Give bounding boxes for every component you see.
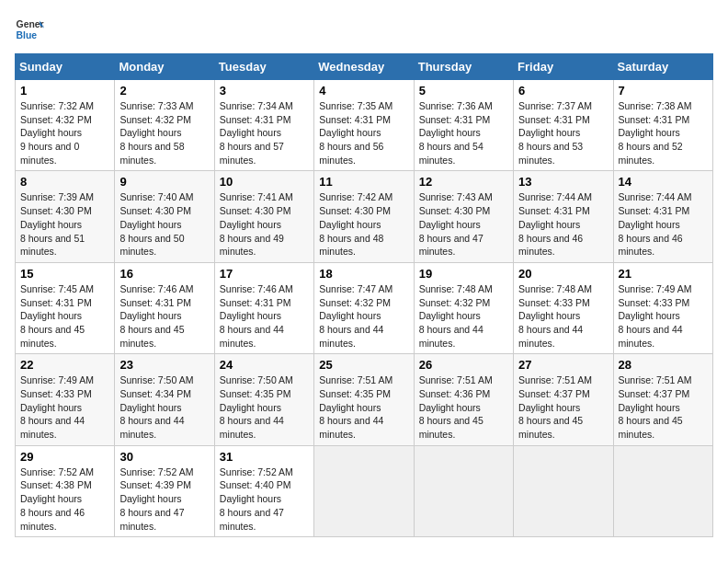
- calendar-cell: 12 Sunrise: 7:43 AMSunset: 4:30 PMDaylig…: [414, 171, 513, 262]
- day-number: 22: [20, 358, 109, 372]
- day-number: 9: [119, 175, 209, 189]
- cell-info: Sunrise: 7:50 AMSunset: 4:35 PMDaylight …: [220, 374, 293, 440]
- day-number: 31: [220, 450, 309, 464]
- day-number: 1: [20, 84, 109, 98]
- day-number: 19: [419, 267, 508, 281]
- calendar-cell: 27 Sunrise: 7:51 AMSunset: 4:37 PMDaylig…: [514, 354, 613, 445]
- day-number: 16: [119, 267, 209, 281]
- calendar-cell: 3 Sunrise: 7:34 AMSunset: 4:31 PMDayligh…: [214, 80, 313, 171]
- day-number: 23: [119, 358, 209, 372]
- day-number: 2: [119, 84, 209, 98]
- day-number: 21: [619, 267, 708, 281]
- cell-info: Sunrise: 7:52 AMSunset: 4:40 PMDaylight …: [220, 466, 293, 532]
- calendar-cell: 31 Sunrise: 7:52 AMSunset: 4:40 PMDaylig…: [214, 445, 313, 536]
- svg-text:Blue: Blue: [17, 30, 38, 40]
- cell-info: Sunrise: 7:36 AMSunset: 4:31 PMDaylight …: [419, 100, 493, 166]
- calendar-cell: 25 Sunrise: 7:51 AMSunset: 4:35 PMDaylig…: [314, 354, 414, 445]
- cell-info: Sunrise: 7:38 AMSunset: 4:31 PMDaylight …: [619, 100, 692, 166]
- cell-info: Sunrise: 7:51 AMSunset: 4:36 PMDaylight …: [419, 374, 493, 440]
- calendar-cell: 18 Sunrise: 7:47 AMSunset: 4:32 PMDaylig…: [314, 262, 414, 353]
- weekday-header-wednesday: Wednesday: [314, 54, 414, 80]
- calendar-cell: 17 Sunrise: 7:46 AMSunset: 4:31 PMDaylig…: [214, 262, 313, 353]
- calendar-cell: 1 Sunrise: 7:32 AMSunset: 4:32 PMDayligh…: [16, 80, 115, 171]
- cell-info: Sunrise: 7:44 AMSunset: 4:31 PMDaylight …: [518, 191, 592, 257]
- calendar-cell: 20 Sunrise: 7:48 AMSunset: 4:33 PMDaylig…: [514, 262, 613, 353]
- day-number: 13: [518, 175, 608, 189]
- cell-info: Sunrise: 7:49 AMSunset: 4:33 PMDaylight …: [619, 283, 692, 349]
- page-header: General Blue: [15, 15, 713, 44]
- cell-info: Sunrise: 7:43 AMSunset: 4:30 PMDaylight …: [419, 191, 493, 257]
- day-number: 29: [20, 450, 109, 464]
- day-number: 8: [20, 175, 109, 189]
- cell-info: Sunrise: 7:51 AMSunset: 4:37 PMDaylight …: [619, 374, 692, 440]
- calendar-header-row: SundayMondayTuesdayWednesdayThursdayFrid…: [16, 54, 713, 80]
- day-number: 4: [319, 84, 408, 98]
- calendar-cell: [414, 445, 513, 536]
- cell-info: Sunrise: 7:32 AMSunset: 4:32 PMDaylight …: [20, 100, 94, 166]
- calendar-cell: 28 Sunrise: 7:51 AMSunset: 4:37 PMDaylig…: [613, 354, 712, 445]
- cell-info: Sunrise: 7:48 AMSunset: 4:33 PMDaylight …: [518, 283, 592, 349]
- calendar-cell: 15 Sunrise: 7:45 AMSunset: 4:31 PMDaylig…: [16, 262, 115, 353]
- day-number: 26: [419, 358, 508, 372]
- calendar-cell: 9 Sunrise: 7:40 AMSunset: 4:30 PMDayligh…: [115, 171, 214, 262]
- calendar-cell: 16 Sunrise: 7:46 AMSunset: 4:31 PMDaylig…: [115, 262, 214, 353]
- cell-info: Sunrise: 7:40 AMSunset: 4:30 PMDaylight …: [119, 191, 193, 257]
- day-number: 11: [319, 175, 408, 189]
- calendar-cell: 6 Sunrise: 7:37 AMSunset: 4:31 PMDayligh…: [514, 80, 613, 171]
- cell-info: Sunrise: 7:51 AMSunset: 4:35 PMDaylight …: [319, 374, 392, 440]
- calendar-cell: 21 Sunrise: 7:49 AMSunset: 4:33 PMDaylig…: [613, 262, 712, 353]
- weekday-header-thursday: Thursday: [414, 54, 513, 80]
- cell-info: Sunrise: 7:46 AMSunset: 4:31 PMDaylight …: [119, 283, 193, 349]
- weekday-header-saturday: Saturday: [613, 54, 712, 80]
- calendar-cell: 4 Sunrise: 7:35 AMSunset: 4:31 PMDayligh…: [314, 80, 414, 171]
- calendar-cell: 29 Sunrise: 7:52 AMSunset: 4:38 PMDaylig…: [16, 445, 115, 536]
- calendar-cell: [514, 445, 613, 536]
- day-number: 7: [619, 84, 708, 98]
- day-number: 10: [220, 175, 309, 189]
- calendar-cell: 2 Sunrise: 7:33 AMSunset: 4:32 PMDayligh…: [115, 80, 214, 171]
- calendar-week-row: 15 Sunrise: 7:45 AMSunset: 4:31 PMDaylig…: [16, 262, 713, 353]
- calendar-cell: 10 Sunrise: 7:41 AMSunset: 4:30 PMDaylig…: [214, 171, 313, 262]
- cell-info: Sunrise: 7:41 AMSunset: 4:30 PMDaylight …: [220, 191, 293, 257]
- calendar-cell: 24 Sunrise: 7:50 AMSunset: 4:35 PMDaylig…: [214, 354, 313, 445]
- calendar-cell: 26 Sunrise: 7:51 AMSunset: 4:36 PMDaylig…: [414, 354, 513, 445]
- cell-info: Sunrise: 7:51 AMSunset: 4:37 PMDaylight …: [518, 374, 592, 440]
- cell-info: Sunrise: 7:37 AMSunset: 4:31 PMDaylight …: [518, 100, 592, 166]
- cell-info: Sunrise: 7:35 AMSunset: 4:31 PMDaylight …: [319, 100, 392, 166]
- cell-info: Sunrise: 7:44 AMSunset: 4:31 PMDaylight …: [619, 191, 692, 257]
- weekday-header-tuesday: Tuesday: [214, 54, 313, 80]
- cell-info: Sunrise: 7:47 AMSunset: 4:32 PMDaylight …: [319, 283, 392, 349]
- cell-info: Sunrise: 7:49 AMSunset: 4:33 PMDaylight …: [20, 374, 94, 440]
- cell-info: Sunrise: 7:46 AMSunset: 4:31 PMDaylight …: [220, 283, 293, 349]
- cell-info: Sunrise: 7:52 AMSunset: 4:38 PMDaylight …: [20, 466, 94, 532]
- day-number: 30: [119, 450, 209, 464]
- calendar-cell: [613, 445, 712, 536]
- calendar-cell: 14 Sunrise: 7:44 AMSunset: 4:31 PMDaylig…: [613, 171, 712, 262]
- calendar-cell: 8 Sunrise: 7:39 AMSunset: 4:30 PMDayligh…: [16, 171, 115, 262]
- day-number: 25: [319, 358, 408, 372]
- calendar-week-row: 29 Sunrise: 7:52 AMSunset: 4:38 PMDaylig…: [16, 445, 713, 536]
- weekday-header-monday: Monday: [115, 54, 214, 80]
- calendar-cell: 19 Sunrise: 7:48 AMSunset: 4:32 PMDaylig…: [414, 262, 513, 353]
- cell-info: Sunrise: 7:42 AMSunset: 4:30 PMDaylight …: [319, 191, 392, 257]
- calendar-cell: 11 Sunrise: 7:42 AMSunset: 4:30 PMDaylig…: [314, 171, 414, 262]
- cell-info: Sunrise: 7:33 AMSunset: 4:32 PMDaylight …: [119, 100, 193, 166]
- day-number: 12: [419, 175, 508, 189]
- calendar-table: SundayMondayTuesdayWednesdayThursdayFrid…: [15, 53, 713, 537]
- cell-info: Sunrise: 7:50 AMSunset: 4:34 PMDaylight …: [119, 374, 193, 440]
- weekday-header-sunday: Sunday: [16, 54, 115, 80]
- day-number: 24: [220, 358, 309, 372]
- cell-info: Sunrise: 7:45 AMSunset: 4:31 PMDaylight …: [20, 283, 94, 349]
- day-number: 18: [319, 267, 408, 281]
- logo: General Blue: [15, 15, 44, 44]
- calendar-cell: 5 Sunrise: 7:36 AMSunset: 4:31 PMDayligh…: [414, 80, 513, 171]
- logo-icon: General Blue: [15, 15, 44, 44]
- calendar-cell: 7 Sunrise: 7:38 AMSunset: 4:31 PMDayligh…: [613, 80, 712, 171]
- day-number: 5: [419, 84, 508, 98]
- calendar-week-row: 1 Sunrise: 7:32 AMSunset: 4:32 PMDayligh…: [16, 80, 713, 171]
- day-number: 20: [518, 267, 608, 281]
- cell-info: Sunrise: 7:52 AMSunset: 4:39 PMDaylight …: [119, 466, 193, 532]
- weekday-header-friday: Friday: [514, 54, 613, 80]
- cell-info: Sunrise: 7:34 AMSunset: 4:31 PMDaylight …: [220, 100, 293, 166]
- day-number: 27: [518, 358, 608, 372]
